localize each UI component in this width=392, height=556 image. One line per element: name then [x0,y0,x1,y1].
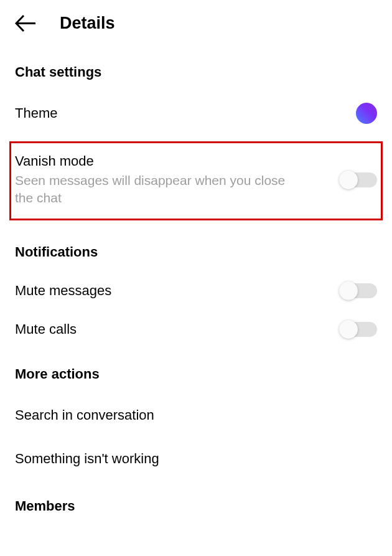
search-in-conversation-row[interactable]: Search in conversation [15,393,377,437]
mute-calls-row[interactable]: Mute calls [15,310,377,349]
toggle-knob [339,320,358,339]
mute-calls-label: Mute calls [15,321,77,337]
toggle-knob [339,281,358,300]
page-title: Details [60,14,115,33]
vanish-mode-highlight: Vanish mode Seen messages will disappear… [9,141,383,220]
vanish-mode-subtitle: Seen messages will disappear when you cl… [15,172,295,207]
theme-row[interactable]: Theme [15,92,377,135]
section-more-actions-header: More actions [15,349,377,393]
vanish-mode-toggle[interactable] [341,172,377,187]
arrow-left-icon [15,14,36,32]
vanish-mode-label: Vanish mode [15,153,295,169]
section-notifications-header: Notifications [15,227,377,271]
section-chat-settings-header: Chat settings [15,47,377,92]
toggle-knob [339,171,358,189]
theme-color-preview [356,103,377,124]
back-button[interactable] [15,14,36,32]
vanish-mode-row[interactable]: Vanish mode Seen messages will disappear… [15,153,377,207]
something-not-working-row[interactable]: Something isn't working [15,437,377,481]
mute-messages-toggle[interactable] [341,283,377,298]
mute-calls-toggle[interactable] [341,322,377,337]
mute-messages-row[interactable]: Mute messages [15,271,377,310]
theme-label: Theme [15,105,57,121]
mute-messages-label: Mute messages [15,283,111,299]
section-members-header: Members [15,481,377,525]
